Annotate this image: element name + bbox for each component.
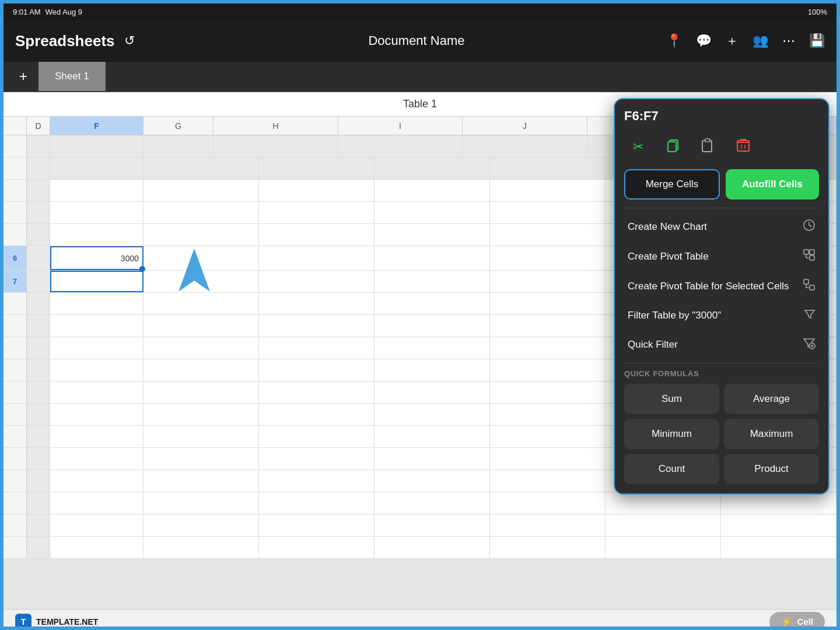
cell[interactable]	[144, 382, 259, 403]
cell[interactable]	[50, 337, 144, 359]
col-header-f[interactable]: F	[50, 117, 144, 135]
cell[interactable]	[374, 224, 490, 246]
cell[interactable]	[50, 359, 144, 381]
share-icon[interactable]: 👥	[752, 33, 768, 48]
cell[interactable]	[606, 492, 721, 514]
cell[interactable]	[144, 537, 259, 558]
cell[interactable]	[144, 180, 259, 201]
cell-handle[interactable]	[139, 266, 145, 272]
pin-icon[interactable]: 📍	[666, 33, 682, 48]
cell[interactable]	[374, 202, 490, 223]
maximum-button[interactable]: Maximum	[724, 419, 819, 449]
cell[interactable]	[374, 404, 490, 425]
cell[interactable]	[721, 492, 836, 514]
cell[interactable]	[144, 448, 259, 470]
cell[interactable]	[490, 315, 606, 337]
cell[interactable]	[338, 135, 463, 157]
add-sheet-button[interactable]: +	[13, 66, 34, 87]
cell[interactable]	[50, 202, 144, 223]
cell[interactable]	[374, 382, 490, 403]
cell[interactable]	[606, 537, 721, 558]
cell[interactable]	[27, 271, 50, 292]
cell[interactable]	[259, 404, 374, 425]
cell[interactable]	[27, 426, 50, 447]
cell[interactable]	[27, 315, 50, 337]
average-button[interactable]: Average	[724, 384, 819, 414]
history-icon[interactable]: ↺	[124, 33, 135, 48]
cell[interactable]	[27, 448, 50, 470]
cell[interactable]	[490, 426, 606, 447]
cell[interactable]	[374, 180, 490, 201]
paste-button[interactable]	[694, 133, 722, 161]
cell[interactable]	[27, 492, 50, 514]
cell[interactable]	[490, 202, 606, 223]
cell[interactable]	[27, 359, 50, 381]
cell[interactable]	[490, 224, 606, 246]
document-name[interactable]: Document Name	[368, 33, 464, 48]
cell[interactable]	[374, 426, 490, 447]
cell[interactable]	[144, 315, 259, 337]
minimum-button[interactable]: Minimum	[624, 419, 719, 449]
cell[interactable]	[50, 404, 144, 425]
cell[interactable]	[374, 271, 490, 292]
col-header-partial[interactable]: D	[27, 117, 50, 135]
cell[interactable]	[27, 202, 50, 223]
cell[interactable]	[490, 293, 606, 314]
cell[interactable]	[490, 448, 606, 470]
cell[interactable]	[27, 337, 50, 359]
cell[interactable]	[50, 448, 144, 470]
col-header-j[interactable]: J	[463, 117, 587, 135]
cell[interactable]	[490, 492, 606, 514]
cell[interactable]	[374, 246, 490, 270]
cell[interactable]	[50, 158, 144, 179]
cell[interactable]	[50, 293, 144, 314]
cell[interactable]	[490, 337, 606, 359]
col-header-i[interactable]: I	[338, 117, 463, 135]
cell[interactable]	[27, 514, 50, 536]
cell[interactable]	[490, 404, 606, 425]
cell[interactable]	[259, 158, 374, 179]
cell[interactable]	[50, 135, 144, 157]
cell[interactable]	[374, 492, 490, 514]
cell[interactable]	[259, 315, 374, 337]
cell[interactable]	[50, 382, 144, 403]
cell[interactable]	[490, 180, 606, 201]
cell[interactable]	[50, 470, 144, 492]
cell[interactable]	[490, 158, 606, 179]
cell[interactable]	[27, 382, 50, 403]
cell[interactable]	[50, 426, 144, 447]
cell[interactable]	[144, 492, 259, 514]
cell[interactable]	[490, 382, 606, 403]
cell[interactable]	[27, 246, 50, 270]
cell[interactable]	[50, 492, 144, 514]
cell[interactable]	[374, 293, 490, 314]
count-button[interactable]: Count	[624, 454, 719, 484]
cell[interactable]	[259, 224, 374, 246]
cell[interactable]	[144, 337, 259, 359]
cell[interactable]	[259, 426, 374, 447]
cell[interactable]	[259, 359, 374, 381]
cell[interactable]	[27, 224, 50, 246]
cell[interactable]	[27, 537, 50, 558]
cell[interactable]	[490, 359, 606, 381]
cell[interactable]	[374, 359, 490, 381]
cell[interactable]	[144, 426, 259, 447]
cell[interactable]	[214, 135, 338, 157]
cell[interactable]	[259, 202, 374, 223]
cell[interactable]	[490, 537, 606, 558]
cell[interactable]	[27, 470, 50, 492]
cell[interactable]	[50, 514, 144, 536]
cell[interactable]	[259, 448, 374, 470]
cell[interactable]	[259, 180, 374, 201]
cell[interactable]	[374, 514, 490, 536]
cell[interactable]	[259, 337, 374, 359]
cell[interactable]	[144, 293, 259, 314]
save-icon[interactable]: 💾	[809, 33, 825, 48]
create-chart-item[interactable]: Create New Chart	[624, 212, 819, 242]
cell[interactable]	[374, 448, 490, 470]
cell[interactable]	[721, 537, 836, 558]
cell[interactable]	[259, 246, 374, 270]
delete-button[interactable]	[729, 133, 757, 161]
cell[interactable]	[374, 537, 490, 558]
add-icon[interactable]: ＋	[726, 32, 738, 50]
